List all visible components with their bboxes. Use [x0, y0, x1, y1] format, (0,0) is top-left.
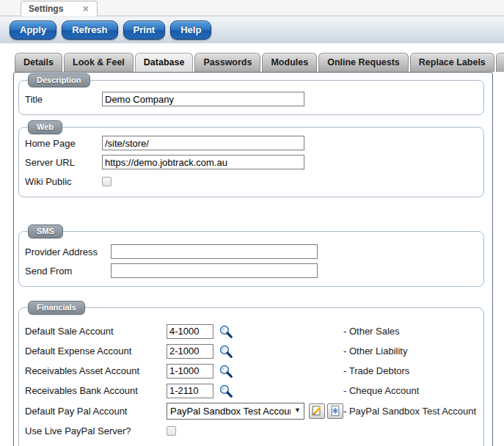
use-live-paypal-server-checkbox[interactable] [167, 426, 176, 436]
paypal-account-select-wrap: PayPal Sandbox Test Account ▼ [167, 403, 304, 420]
title-row: Title [25, 89, 478, 109]
use-live-paypal-server-row: Use Live PayPal Server? [25, 421, 478, 441]
use-live-paypal-server-label: Use Live PayPal Server? [25, 425, 167, 436]
receivables-bank-account-input[interactable] [167, 384, 213, 398]
edit-pencil-icon [311, 405, 323, 417]
help-button[interactable]: Help [170, 21, 211, 40]
home-page-input[interactable] [102, 136, 304, 150]
send-from-input[interactable] [111, 263, 318, 278]
description-legend: Description [28, 73, 90, 87]
wiki-public-row: Wiki Public [25, 172, 478, 191]
window-tab-strip: Settings ✕ [0, 0, 504, 16]
default-expense-account-row: Default Expense Account - Other Liabilit… [25, 341, 478, 361]
tab-look-and-feel[interactable]: Look & Feel [64, 53, 134, 72]
receivables-asset-account-description: - Trade Debtors [343, 365, 409, 376]
settings-tab-bar: Details Look & Feel Database Passwords M… [0, 54, 504, 72]
home-page-label: Home Page [25, 138, 102, 149]
sms-fieldset: SMS Provider Address Send From [18, 231, 484, 287]
send-from-label: Send From [25, 266, 111, 277]
receivables-bank-account-row: Receivables Bank Account - Cheque Accoun… [25, 381, 478, 401]
default-paypal-account-row: Default Pay Pal Account PayPal Sandbox T… [25, 401, 478, 421]
default-sale-account-description: - Other Sales [343, 326, 400, 337]
title-input[interactable] [102, 92, 304, 106]
default-paypal-account-label: Default Pay Pal Account [25, 406, 167, 417]
tab-online-requests[interactable]: Online Requests [318, 53, 409, 72]
database-settings-panel: Description Title Web Home Page Server U… [13, 72, 493, 446]
tab-replace-labels[interactable]: Replace Labels [410, 53, 494, 72]
toolbar: Apply Refresh Print Help [0, 16, 504, 43]
apply-button[interactable]: Apply [10, 21, 56, 40]
receivables-asset-account-label: Receivables Asset Account [25, 365, 167, 376]
lookup-magnifier-icon[interactable] [219, 384, 233, 398]
receivables-asset-account-input[interactable] [167, 364, 213, 379]
wiki-public-checkbox[interactable] [102, 177, 112, 186]
settings-window-tab[interactable]: Settings ✕ [21, 1, 98, 16]
default-expense-account-input[interactable] [167, 344, 213, 359]
print-button[interactable]: Print [123, 21, 166, 40]
default-sale-account-row: Default Sale Account - Other Sales [25, 321, 478, 341]
sms-legend: SMS [28, 224, 63, 238]
default-expense-account-description: - Other Liability [343, 346, 407, 357]
default-sale-account-label: Default Sale Account [25, 326, 167, 337]
new-page-icon [329, 405, 341, 417]
default-sale-account-input[interactable] [167, 324, 213, 339]
server-url-input[interactable] [102, 155, 304, 169]
description-fieldset: Description Title [18, 80, 484, 115]
refresh-button[interactable]: Refresh [62, 21, 117, 40]
receivables-asset-account-row: Receivables Asset Account - Trade Debtor… [25, 361, 478, 381]
provider-address-input[interactable] [111, 244, 318, 259]
title-label: Title [25, 94, 102, 105]
provider-address-row: Provider Address [25, 242, 478, 261]
paypal-account-select[interactable]: PayPal Sandbox Test Account [167, 403, 304, 420]
tab-details[interactable]: Details [15, 53, 62, 72]
close-icon[interactable]: ✕ [82, 4, 89, 14]
tab-database[interactable]: Database [135, 53, 194, 72]
default-expense-account-label: Default Expense Account [25, 346, 167, 357]
tab-reports-template[interactable]: Reports Template [496, 53, 504, 72]
server-url-row: Server URL [25, 153, 478, 172]
settings-window-tab-label: Settings [29, 4, 63, 14]
lookup-magnifier-icon[interactable] [219, 344, 233, 359]
wiki-public-label: Wiki Public [25, 176, 102, 187]
financials-legend: Financials [28, 301, 85, 315]
receivables-bank-account-label: Receivables Bank Account [25, 385, 167, 396]
send-from-row: Send From [25, 261, 478, 280]
tab-modules[interactable]: Modules [262, 53, 317, 72]
lookup-magnifier-icon[interactable] [219, 364, 233, 379]
provider-address-label: Provider Address [25, 246, 111, 257]
new-paypal-account-button[interactable] [327, 403, 343, 419]
financials-fieldset: Financials Default Sale Account - Other … [18, 307, 484, 446]
server-url-label: Server URL [25, 157, 102, 168]
tab-passwords[interactable]: Passwords [194, 53, 260, 72]
web-fieldset: Web Home Page Server URL Wiki Public [18, 127, 484, 197]
default-paypal-account-description: - PayPal Sandbox Test Account [343, 406, 476, 417]
spacer [0, 43, 504, 54]
receivables-bank-account-description: - Cheque Account [343, 385, 419, 396]
home-page-row: Home Page [25, 134, 478, 153]
edit-paypal-account-button[interactable] [309, 403, 325, 419]
lookup-magnifier-icon[interactable] [219, 324, 233, 339]
web-legend: Web [28, 120, 62, 134]
